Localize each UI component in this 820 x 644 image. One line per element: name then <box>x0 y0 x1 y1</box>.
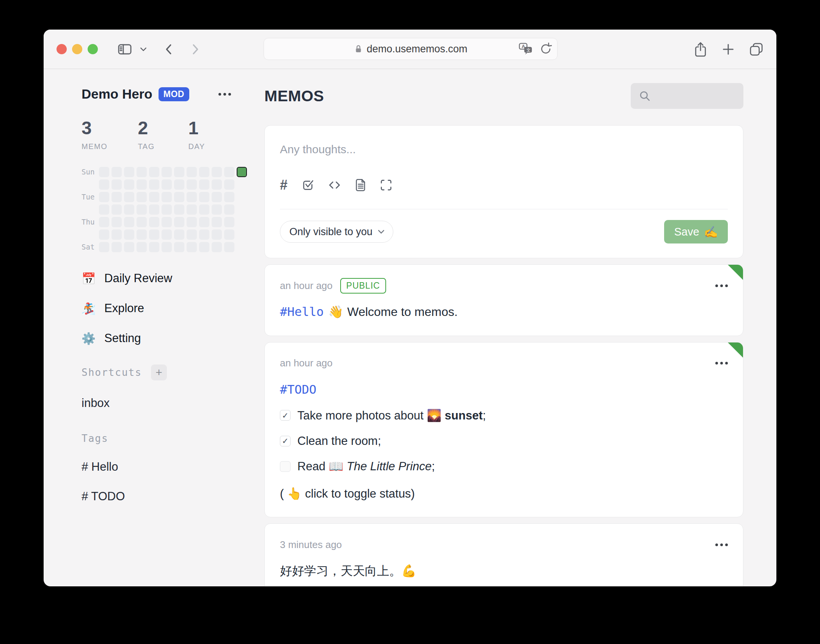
profile-more-icon[interactable] <box>218 93 231 96</box>
svg-text:文: 文 <box>526 47 531 53</box>
app-content: Demo Hero MOD 3 MEMO 2 TAG 1 DAY <box>44 69 776 586</box>
minimize-button[interactable] <box>72 44 82 54</box>
heatmap-cell <box>124 242 134 252</box>
heatmap-cell <box>199 242 209 252</box>
heatmap-cell <box>199 192 209 202</box>
heatmap-cell <box>162 192 172 202</box>
memo-tag[interactable]: #Hello <box>280 305 324 319</box>
heatmap-cell <box>224 229 234 240</box>
checkbox-checked-icon[interactable]: ✓ <box>280 436 291 446</box>
sunrise-emoji-icon: 🌄 <box>427 408 441 422</box>
heatmap-cell <box>212 229 222 240</box>
stat-day-value: 1 <box>188 118 245 138</box>
hash-icon[interactable]: # <box>280 177 287 193</box>
snowboarder-emoji-icon: 🏂 <box>82 302 104 315</box>
chevron-down-icon <box>378 229 385 234</box>
sidebar-item-setting[interactable]: ⚙️ Setting <box>82 330 245 347</box>
address-bar[interactable]: demo.usememos.com A 文 <box>264 38 558 60</box>
memo-card: 3 minutes ago 好好学习，天天向上。💪 <box>264 523 743 586</box>
todo-item: ✓ Take more photos about 🌄 sunset; <box>280 407 728 424</box>
heatmap-day-labels: SunTueThuSat <box>82 167 99 252</box>
todo-note: ( 👆 click to toggle status) <box>280 485 728 502</box>
browser-window: demo.usememos.com A 文 <box>44 30 776 586</box>
sidebar-item-label: Setting <box>104 331 141 345</box>
heatmap-cell <box>187 179 197 190</box>
pointing-up-emoji-icon: 👆 <box>287 487 302 500</box>
heatmap-cell <box>124 167 134 177</box>
heatmap-cell <box>112 242 122 252</box>
sidebar-item-label: Explore <box>104 302 144 315</box>
memo-more-icon[interactable] <box>715 362 728 364</box>
back-button[interactable] <box>164 43 173 55</box>
heatmap-day-label: Sun <box>82 167 94 177</box>
heatmap-day-label: Sat <box>82 242 94 252</box>
zoom-button[interactable] <box>88 44 98 54</box>
memo-timestamp: an hour ago <box>280 357 333 369</box>
heatmap-cell <box>212 204 222 215</box>
heatmap-cell <box>137 179 147 190</box>
sidebar-item-label: Daily Review <box>104 272 172 285</box>
reload-icon[interactable] <box>540 42 552 55</box>
sidebar-item-explore[interactable]: 🏂 Explore <box>82 300 245 317</box>
todo-text: Take more photos about 🌄 sunset; <box>297 407 486 424</box>
tags-header: Tags <box>82 433 245 444</box>
desktop-background: demo.usememos.com A 文 <box>0 0 820 644</box>
todo-text: Read 📖 The Little Prince; <box>297 458 435 474</box>
memo-text: 好好学习，天天向上。 <box>280 564 401 578</box>
heatmap-cell <box>162 242 172 252</box>
heatmap-cell <box>112 192 122 202</box>
check-square-icon[interactable] <box>301 179 314 192</box>
translate-icon[interactable]: A 文 <box>518 42 534 55</box>
memo-more-icon[interactable] <box>715 543 728 546</box>
memo-timestamp: 3 minutes ago <box>280 539 342 551</box>
todo-item: Read 📖 The Little Prince; <box>280 458 728 474</box>
heatmap-cell <box>99 229 109 240</box>
memo-header: 3 minutes ago <box>280 536 728 553</box>
sidebar-item-daily-review[interactable]: 📅 Daily Review <box>82 270 245 287</box>
stat-day-label: DAY <box>188 142 245 151</box>
search-box[interactable] <box>631 83 743 109</box>
browser-toolbar: demo.usememos.com A 文 <box>44 30 776 69</box>
heatmap-cell <box>149 217 159 227</box>
shortcut-item-inbox[interactable]: inbox <box>82 396 245 410</box>
forward-button[interactable] <box>191 43 200 55</box>
memo-content: #TODO ✓ Take more photos about 🌄 sunset;… <box>280 381 728 502</box>
role-badge: MOD <box>159 87 189 101</box>
code-icon[interactable] <box>328 179 341 191</box>
search-input[interactable] <box>654 88 741 104</box>
main-header: MEMOS <box>264 83 743 109</box>
heatmap-cell <box>212 179 222 190</box>
memo-card: an hour ago PUBLIC #Hello👋Welcome to mem… <box>264 264 743 336</box>
heatmap-cell <box>149 229 159 240</box>
share-icon[interactable] <box>694 41 707 57</box>
heatmap-cell <box>124 192 134 202</box>
new-tab-icon[interactable] <box>723 44 734 55</box>
close-button[interactable] <box>57 44 67 54</box>
heatmap-cell <box>112 204 122 215</box>
heatmap-cell <box>149 167 159 177</box>
tab-overview-icon[interactable] <box>749 42 763 57</box>
tag-item-hello[interactable]: # Hello <box>82 460 245 474</box>
heatmap-cell <box>112 167 122 177</box>
file-icon[interactable] <box>355 179 366 192</box>
visibility-selector[interactable]: Only visible to you <box>280 221 393 243</box>
heatmap-cell <box>124 204 134 215</box>
visibility-badge: PUBLIC <box>340 278 386 294</box>
address-bar-center: demo.usememos.com <box>354 43 468 55</box>
add-shortcut-button[interactable]: + <box>151 364 167 380</box>
tag-item-todo[interactable]: # TODO <box>82 490 245 503</box>
memo-more-icon[interactable] <box>715 284 728 287</box>
sidebar-toggle-icon[interactable] <box>118 43 132 55</box>
editor-footer: Only visible to you Save ✍️ <box>280 220 728 243</box>
heatmap-cell <box>224 167 234 177</box>
heatmap-cell <box>174 204 184 215</box>
stat-tag-label: TAG <box>138 142 189 151</box>
sidebar-chevron-down-icon[interactable] <box>140 47 147 52</box>
memo-tag[interactable]: #TODO <box>280 382 316 397</box>
memo-input[interactable] <box>280 143 621 160</box>
save-button[interactable]: Save ✍️ <box>664 220 728 243</box>
toolbar-nav <box>118 43 200 55</box>
checkbox-unchecked-icon[interactable] <box>280 461 291 472</box>
fullscreen-icon[interactable] <box>380 179 392 191</box>
checkbox-checked-icon[interactable]: ✓ <box>280 410 291 421</box>
